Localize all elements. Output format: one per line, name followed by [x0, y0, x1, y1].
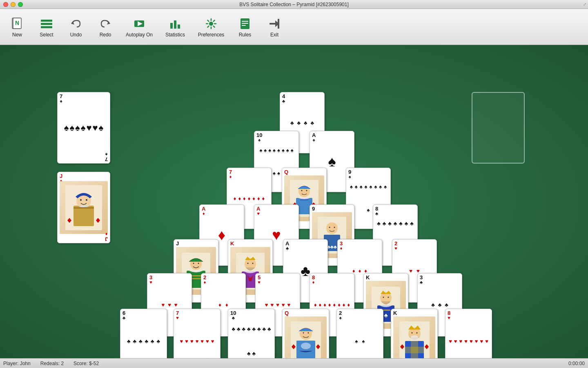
undo-button[interactable]: Undo: [62, 11, 90, 43]
stock-card[interactable]: 7 ♠ ♠ ♠ ♠ ♠ ♥ ♥ ♠ 7 ♠: [57, 92, 110, 164]
statistics-label: Statistics: [165, 32, 185, 38]
rules-label: Rules: [239, 32, 252, 38]
window-controls: [3, 2, 23, 7]
toolbar: N New Select Undo: [0, 9, 588, 45]
svg-point-72: [301, 343, 311, 349]
select-label: Select: [40, 32, 53, 38]
select-button[interactable]: Select: [33, 11, 60, 43]
svg-point-32: [306, 190, 307, 191]
svg-point-40: [329, 227, 330, 228]
svg-rect-48: [191, 275, 201, 276]
svg-point-69: [303, 332, 304, 334]
new-label: New: [12, 32, 22, 38]
autoplay-button[interactable]: Autoplay On: [121, 11, 158, 43]
autoplay-label: Autoplay On: [126, 32, 153, 38]
svg-rect-83: [405, 347, 424, 353]
redo-button[interactable]: Redo: [91, 11, 119, 43]
svg-rect-15: [242, 21, 248, 22]
svg-text:♣♣♣: ♣♣♣: [327, 244, 337, 250]
select-icon: [39, 16, 54, 31]
svg-rect-16: [242, 23, 248, 24]
svg-rect-22: [74, 206, 94, 226]
svg-rect-36: [300, 200, 308, 200]
svg-point-54: [252, 263, 254, 264]
redeals-label: Redeals: 2: [40, 361, 64, 366]
close-button[interactable]: [3, 2, 8, 7]
redo-icon: [98, 16, 113, 31]
undo-icon: [69, 16, 83, 31]
rules-icon: [238, 16, 252, 31]
game-area: 7 ♠ ♠ ♠ ♠ ♠ ♥ ♥ ♠ 7 ♠ J ♦: [0, 45, 588, 358]
svg-rect-17: [242, 25, 246, 26]
title-bar: BVS Solitaire Collection – Pyramid [#262…: [0, 0, 588, 9]
new-button[interactable]: N New: [3, 11, 31, 43]
exit-button[interactable]: Exit: [261, 11, 288, 43]
window-title: BVS Solitaire Collection – Pyramid [#262…: [239, 2, 349, 7]
svg-point-25: [86, 199, 87, 201]
time-label: 0:00:00: [568, 361, 585, 366]
statistics-icon: [168, 16, 183, 31]
svg-point-78: [411, 332, 412, 334]
jack-diamonds-art: [60, 181, 108, 234]
svg-point-31: [301, 190, 303, 191]
preferences-icon: [204, 16, 218, 31]
svg-point-46: [198, 263, 199, 264]
svg-rect-12: [178, 25, 180, 29]
autoplay-icon: [132, 16, 147, 31]
svg-point-45: [193, 263, 194, 264]
preferences-label: Preferences: [198, 32, 225, 38]
minimize-button[interactable]: [11, 2, 16, 7]
preferences-button[interactable]: Preferences: [193, 11, 229, 43]
svg-rect-10: [170, 23, 173, 29]
svg-point-79: [416, 332, 417, 334]
resize-icon: ⤢: [583, 2, 586, 7]
undo-label: Undo: [70, 32, 82, 38]
score-label: Score: $-52: [74, 361, 99, 366]
svg-point-24: [80, 199, 82, 201]
svg-text:N: N: [15, 20, 19, 26]
maximize-button[interactable]: [18, 2, 23, 7]
svg-rect-28: [74, 207, 94, 209]
svg-rect-11: [174, 20, 176, 29]
empty-discard-slot[interactable]: [472, 92, 525, 164]
rules-button[interactable]: Rules: [231, 11, 259, 43]
svg-point-62: [383, 296, 384, 298]
svg-point-38: [326, 222, 338, 234]
svg-rect-3: [41, 20, 52, 22]
svg-point-80: [410, 335, 419, 340]
svg-rect-20: [278, 19, 279, 29]
svg-text:♣: ♣: [384, 312, 388, 319]
new-icon: N: [10, 16, 24, 31]
status-bar: Player: John Redeals: 2 Score: $-52 0:00…: [0, 358, 588, 368]
exit-label: Exit: [270, 32, 278, 38]
svg-rect-5: [41, 26, 52, 28]
exit-icon: [267, 16, 282, 31]
svg-point-63: [388, 296, 389, 298]
svg-point-41: [334, 227, 335, 228]
svg-point-70: [307, 332, 309, 334]
redo-label: Redo: [100, 32, 111, 38]
status-left: Player: John Redeals: 2 Score: $-52: [3, 361, 99, 366]
statistics-button[interactable]: Statistics: [159, 11, 191, 43]
waste-card[interactable]: J ♦: [57, 172, 110, 243]
svg-point-13: [209, 22, 213, 26]
player-label: Player: John: [3, 361, 31, 366]
svg-rect-4: [41, 23, 52, 25]
svg-point-53: [247, 263, 249, 264]
svg-rect-49: [191, 278, 201, 279]
